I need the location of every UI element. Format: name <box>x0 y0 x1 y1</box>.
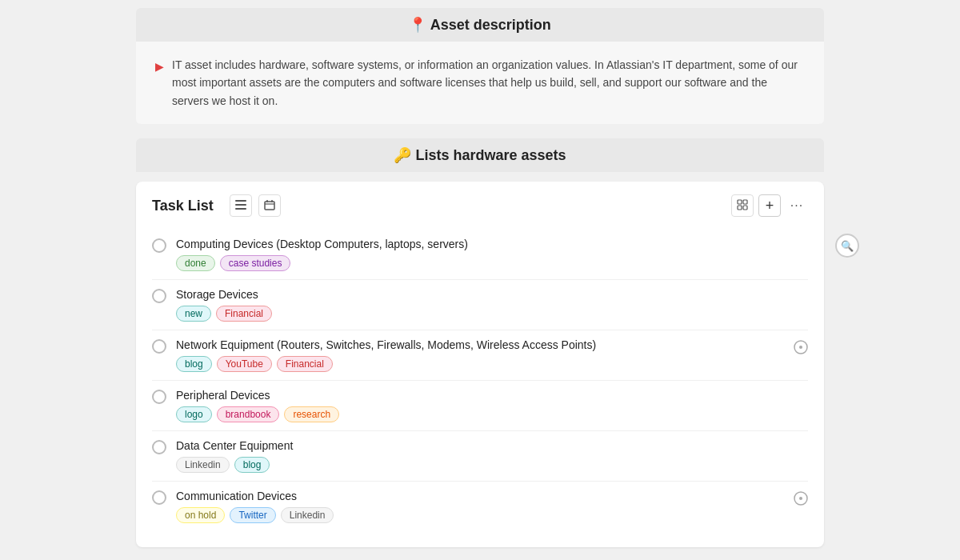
svg-rect-1 <box>235 204 246 206</box>
plus-icon: + <box>766 198 774 214</box>
task-tag[interactable]: new <box>176 306 211 322</box>
header-right: + ··· <box>731 194 808 217</box>
task-list-header: Task List <box>152 194 808 217</box>
hardware-section-header: 🔑 Lists hardware assets <box>136 138 824 172</box>
asset-description-text: IT asset includes hardware, software sys… <box>172 56 805 110</box>
task-tags: logobrandbookresearch <box>176 406 808 422</box>
svg-rect-8 <box>743 200 747 204</box>
task-checkbox[interactable] <box>152 289 166 303</box>
task-content: Computing Devices (Desktop Computers, la… <box>176 238 808 271</box>
add-task-button[interactable]: + <box>758 194 781 217</box>
task-item: Storage DevicesnewFinancial <box>152 280 808 330</box>
task-item: Computing Devices (Desktop Computers, la… <box>152 230 808 280</box>
task-title: Computing Devices (Desktop Computers, la… <box>176 238 808 250</box>
task-tag[interactable]: Financial <box>216 306 272 322</box>
task-tags: donecase studies <box>176 255 808 271</box>
search-icon: 🔍 <box>841 240 854 252</box>
svg-rect-7 <box>738 200 742 204</box>
task-title: Communication Devices <box>176 490 808 502</box>
task-tag[interactable]: research <box>284 406 339 422</box>
task-checkbox[interactable] <box>152 390 166 404</box>
task-list-container: Task List <box>136 182 824 547</box>
svg-rect-10 <box>743 206 747 210</box>
task-action-icon[interactable] <box>794 340 808 358</box>
task-action-icon[interactable] <box>794 491 808 509</box>
task-title: Data Center Equipment <box>176 439 808 452</box>
task-tag[interactable]: Financial <box>277 356 333 372</box>
task-checkbox[interactable] <box>152 238 166 253</box>
search-float-button[interactable]: 🔍 <box>835 234 859 258</box>
grid-view-button[interactable] <box>731 194 754 217</box>
asset-description-body: ▶ IT asset includes hardware, software s… <box>155 56 805 110</box>
header-left: Task List <box>152 194 281 217</box>
task-item: Peripheral Deviceslogobrandbookresearch <box>152 381 808 431</box>
svg-rect-0 <box>235 200 246 202</box>
task-title: Network Equipment (Routers, Switches, Fi… <box>176 338 808 351</box>
task-tag[interactable]: blog <box>176 356 212 372</box>
grid-icon <box>737 199 748 213</box>
task-tag[interactable]: blog <box>234 457 270 473</box>
task-item: Network Equipment (Routers, Switches, Fi… <box>152 330 808 381</box>
task-item: Data Center EquipmentLinkedinblog <box>152 431 808 482</box>
asset-description-header: 📍 Asset description <box>136 8 824 42</box>
task-content: Peripheral Deviceslogobrandbookresearch <box>176 389 808 422</box>
task-title: Storage Devices <box>176 288 808 301</box>
task-content: Storage DevicesnewFinancial <box>176 288 808 322</box>
list-view-button[interactable] <box>230 194 252 217</box>
more-options-button[interactable]: ··· <box>786 194 808 217</box>
task-list-title: Task List <box>152 198 214 214</box>
task-tag[interactable]: brandbook <box>217 406 280 422</box>
play-icon: ▶ <box>155 58 164 75</box>
task-content: Network Equipment (Routers, Switches, Fi… <box>176 338 808 372</box>
list-icon <box>235 199 246 212</box>
task-tag[interactable]: Linkedin <box>281 507 334 523</box>
task-tag[interactable]: YouTube <box>217 356 272 372</box>
calendar-view-button[interactable] <box>258 194 281 217</box>
task-tag[interactable]: Twitter <box>230 507 275 523</box>
task-tags: Linkedinblog <box>176 457 808 473</box>
task-tag[interactable]: case studies <box>220 255 291 271</box>
task-tag[interactable]: Linkedin <box>176 457 230 473</box>
task-tags: blogYouTubeFinancial <box>176 356 808 372</box>
task-tag[interactable]: done <box>176 255 215 271</box>
svg-rect-3 <box>265 202 274 210</box>
calendar-icon <box>264 199 275 213</box>
more-icon: ··· <box>790 198 803 213</box>
task-checkbox[interactable] <box>152 440 166 454</box>
task-tag[interactable]: logo <box>176 406 212 422</box>
svg-rect-2 <box>235 208 246 210</box>
task-content: Data Center EquipmentLinkedinblog <box>176 439 808 473</box>
svg-rect-9 <box>738 206 742 210</box>
task-title: Peripheral Devices <box>176 389 808 402</box>
task-tag[interactable]: on hold <box>176 507 225 523</box>
task-tags: on holdTwitterLinkedin <box>176 507 808 523</box>
task-item: Communication Deviceson holdTwitterLinke… <box>152 482 808 531</box>
task-content: Communication Deviceson holdTwitterLinke… <box>176 490 808 523</box>
task-checkbox[interactable] <box>152 490 166 505</box>
task-tags: newFinancial <box>176 306 808 322</box>
task-list: Computing Devices (Desktop Computers, la… <box>152 230 808 531</box>
task-checkbox[interactable] <box>152 339 166 354</box>
